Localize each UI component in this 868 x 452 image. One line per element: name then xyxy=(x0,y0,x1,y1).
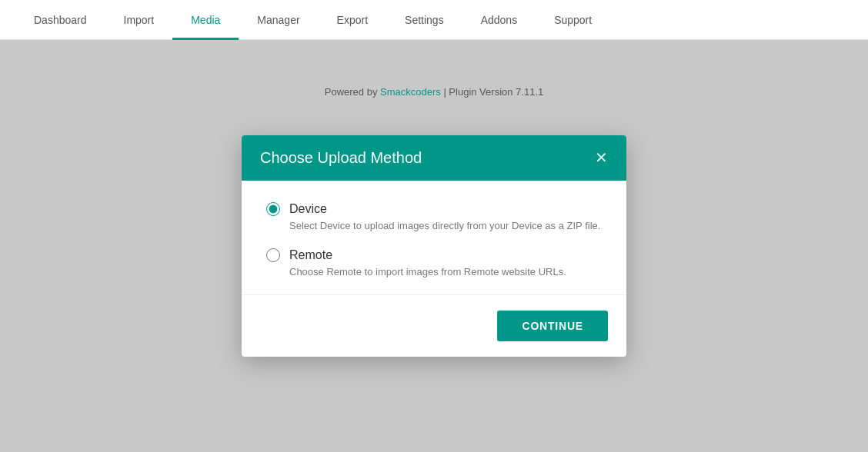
nav-settings[interactable]: Settings xyxy=(386,0,462,40)
main-content: Powered by Smackcoders | Plugin Version … xyxy=(0,40,868,452)
nav-addons[interactable]: Addons xyxy=(462,0,536,40)
device-option: Device Select Device to upload images di… xyxy=(266,202,602,233)
nav-export[interactable]: Export xyxy=(319,0,386,40)
modal-body: Device Select Device to upload images di… xyxy=(242,181,626,279)
modal-header: Choose Upload Method ✕ xyxy=(242,135,626,181)
nav-media[interactable]: Media xyxy=(172,0,239,40)
nav-manager[interactable]: Manager xyxy=(239,0,318,40)
continue-button[interactable]: CONTINUE xyxy=(497,311,608,341)
modal-overlay: Choose Upload Method ✕ Device Select Dev… xyxy=(0,40,868,452)
device-radio-label[interactable]: Device xyxy=(266,202,602,216)
top-nav: Dashboard Import Media Manager Export Se… xyxy=(0,0,868,40)
modal-close-button[interactable]: ✕ xyxy=(595,150,608,165)
device-radio-description: Select Device to upload images directly … xyxy=(289,219,602,233)
device-radio-text: Device xyxy=(289,202,327,216)
remote-radio-label[interactable]: Remote xyxy=(266,248,602,262)
remote-radio-text: Remote xyxy=(289,248,332,262)
nav-import[interactable]: Import xyxy=(105,0,173,40)
modal-footer: CONTINUE xyxy=(242,294,626,357)
remote-radio-description: Choose Remote to import images from Remo… xyxy=(289,265,602,279)
nav-dashboard[interactable]: Dashboard xyxy=(15,0,105,40)
remote-option: Remote Choose Remote to import images fr… xyxy=(266,248,602,279)
upload-method-modal: Choose Upload Method ✕ Device Select Dev… xyxy=(242,135,626,357)
remote-radio-input[interactable] xyxy=(266,248,280,262)
device-radio-input[interactable] xyxy=(266,202,280,216)
nav-support[interactable]: Support xyxy=(536,0,610,40)
modal-title: Choose Upload Method xyxy=(260,149,422,167)
